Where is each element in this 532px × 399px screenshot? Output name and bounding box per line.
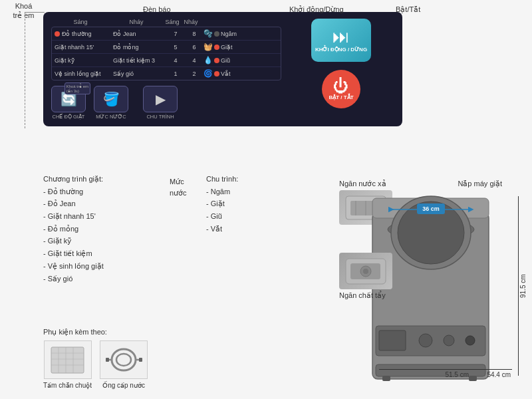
ct-do-mong: - Đỏ mỏng xyxy=(43,223,104,235)
svg-rect-15 xyxy=(376,364,485,376)
cell-do-mong: Đỏ mỏng xyxy=(113,44,166,51)
cell-giat-nhanh: Giặt nhanh 15' xyxy=(55,44,113,51)
che-do-giat-label: CHẾ ĐỘ GIẶT xyxy=(53,114,85,120)
cell-do-jean: Đỏ Jean xyxy=(113,31,166,37)
start-button-label: KHỞI ĐỘNG / DỪNG xyxy=(315,47,367,53)
table-row: Giặt kỹ Giặt tiết kiệm 3 4 4 💧 Giũ xyxy=(52,54,281,67)
svg-point-33 xyxy=(116,354,131,366)
power-button[interactable]: ⏻ BẬT / TẮT xyxy=(322,70,360,108)
cell-6: 6 xyxy=(185,44,203,51)
den-bao-label: Đèn báo xyxy=(143,5,171,13)
muc-nuoc-btn-group: 🪣 MỨC NƯỚC xyxy=(94,86,128,120)
col-nhay1: Nháy xyxy=(110,19,163,25)
khoa-tre-em-label: Khoátrẻ em xyxy=(5,1,42,21)
cell-4b: 4 xyxy=(185,57,203,64)
ong-cap-nuoc-label: Ống cấp nước xyxy=(102,382,145,389)
table-row: Vệ sinh lồng giặt Sấy gió 1 2 🌀 Vắt xyxy=(52,67,281,80)
svg-rect-17 xyxy=(469,376,477,381)
muc-nuoc-button[interactable]: 🪣 xyxy=(94,86,128,112)
height-dim-label: 91.5 cm xyxy=(519,219,527,352)
chu-trinh-button[interactable]: ▶ xyxy=(143,86,178,112)
table-row: Giặt nhanh 15' Đỏ mỏng 5 6 🧺 Giặt xyxy=(52,41,281,54)
tam-chan-chuot-label: Tấm chắn chuột xyxy=(43,382,92,389)
dot-red xyxy=(214,71,219,76)
table-section: Sáng Nháy Sáng Nháy Đỏ thường Đỏ Jean 7 … xyxy=(51,19,281,120)
ct2-giu: - Giũ xyxy=(206,210,238,223)
che-do-giat-btn-group: 🔄 Khoá trẻ em(ấn 3s) CHẾ ĐỘ GIẶT xyxy=(51,86,86,120)
accessories-list: Tấm chắn chuột Ống cấp nước xyxy=(43,340,148,389)
chuong-trinh-annotation: Chương trình giặt: - Đỏ thường - Đỏ Jean… xyxy=(43,173,104,285)
cell-4a: 4 xyxy=(166,57,185,64)
col-nhay2: Nháy xyxy=(182,19,200,25)
ct-giat-ky: - Giặt kỹ xyxy=(43,235,104,247)
svg-text:36 cm: 36 cm xyxy=(422,205,440,212)
table-body: Đỏ thường Đỏ Jean 7 8 🫧 Ngâm Giặt nhanh … xyxy=(51,27,281,80)
ct-ve-sinh: - Vệ sinh lồng giặt xyxy=(43,260,104,273)
svg-rect-36 xyxy=(106,358,109,362)
dot-red xyxy=(214,58,219,63)
ong-cap-nuoc-img xyxy=(100,340,148,379)
ct-do-thuong: - Đỏ thường xyxy=(43,186,104,198)
svg-point-12 xyxy=(419,334,432,347)
ct2-vat: - Vắt xyxy=(206,223,238,235)
cell-ve-sinh: Vệ sinh lồng giặt xyxy=(55,70,113,77)
svg-rect-25 xyxy=(51,347,84,373)
cell-giu: 💧 Giũ xyxy=(203,56,240,65)
start-icon: ⏭ xyxy=(332,28,350,45)
connector-line-top xyxy=(25,12,45,13)
accessory-tam-chan-chuot: Tấm chắn chuột xyxy=(43,340,92,389)
che-do-giat-button[interactable]: 🔄 Khoá trẻ em(ấn 3s) xyxy=(51,86,86,112)
ct-giat-nhanh: - Giặt nhanh 15' xyxy=(43,210,104,223)
width-dim-51: 51.5 cm xyxy=(445,371,469,378)
mn-nuoc: nước xyxy=(170,188,187,199)
svg-rect-11 xyxy=(379,331,406,350)
dot-red xyxy=(214,45,219,50)
dot-red xyxy=(55,31,60,37)
ct2-giat: - Giặt xyxy=(206,198,238,210)
cell-ngam: 🫧 Ngâm xyxy=(203,29,240,38)
svg-rect-37 xyxy=(139,358,142,362)
khoa-tre-em-badge: Khoá trẻ em(ấn 3s) xyxy=(65,82,90,94)
dot-gray xyxy=(214,31,219,37)
nap-may-giat-label: Nắp máy giặt xyxy=(458,180,502,188)
height-dim-line xyxy=(518,196,519,376)
muc-nuoc-annotation: Mức nước xyxy=(170,176,187,198)
svg-point-24 xyxy=(363,269,368,274)
connector-line-left xyxy=(25,12,25,128)
tam-chan-chuot-img xyxy=(44,340,92,379)
width-dim-54: 54.4 cm xyxy=(487,371,511,378)
cell-giat: 🧺 Giặt xyxy=(203,43,240,51)
power-button-label: BẬT / TẮT xyxy=(329,94,353,100)
chu-trinh-annotation: Chu trình: - Ngâm - Giặt - Giũ - Vắt xyxy=(206,173,238,235)
col-empty xyxy=(200,19,237,25)
mn-title: Mức xyxy=(170,176,187,188)
svg-rect-16 xyxy=(382,376,390,381)
ct-title: Chương trình giặt: xyxy=(43,173,104,186)
cell-do-thuong: Đỏ thường xyxy=(55,31,113,37)
muc-nuoc-label: MỨC NƯỚC xyxy=(96,114,126,120)
accessories-title: Phụ kiện kèm theo: xyxy=(43,328,148,336)
cell-2: 2 xyxy=(185,70,203,77)
bottom-dim-line xyxy=(379,369,512,370)
ct2-ngam: - Ngâm xyxy=(206,186,238,198)
tam-chan-chuot-svg xyxy=(49,345,86,375)
accessory-ong-cap-nuoc: Ống cấp nước xyxy=(100,340,148,389)
cell-8: 8 xyxy=(185,31,203,37)
accessories-section: Phụ kiện kèm theo: Tấm chắn chuột xyxy=(43,328,148,389)
start-button[interactable]: ⏭ KHỞI ĐỘNG / DỪNG xyxy=(311,19,371,62)
cell-1: 1 xyxy=(166,70,185,77)
table-row: Đỏ thường Đỏ Jean 7 8 🫧 Ngâm xyxy=(52,27,281,41)
svg-point-32 xyxy=(112,349,136,370)
ct-do-jean: - Đỏ Jean xyxy=(43,198,104,210)
right-controls: ⏭ KHỞI ĐỘNG / DỪNG ⏻ BẬT / TẮT xyxy=(288,19,394,120)
chu-trinh-label: CHU TRÌNH xyxy=(146,114,174,120)
ngan-nuoc-xa-label: Ngăn nước xả xyxy=(339,180,386,188)
ngan-chat-tay-svg xyxy=(342,255,389,287)
ct-say-gio: - Sấy gió xyxy=(43,273,104,285)
cell-7: 7 xyxy=(166,31,185,37)
cell-vat: 🌀 Vắt xyxy=(203,69,240,78)
col-sang2: Sáng xyxy=(163,19,182,25)
ct2-title: Chu trình: xyxy=(206,173,238,186)
svg-point-13 xyxy=(444,335,454,346)
cell-giat-ky: Giặt kỹ xyxy=(55,57,113,64)
